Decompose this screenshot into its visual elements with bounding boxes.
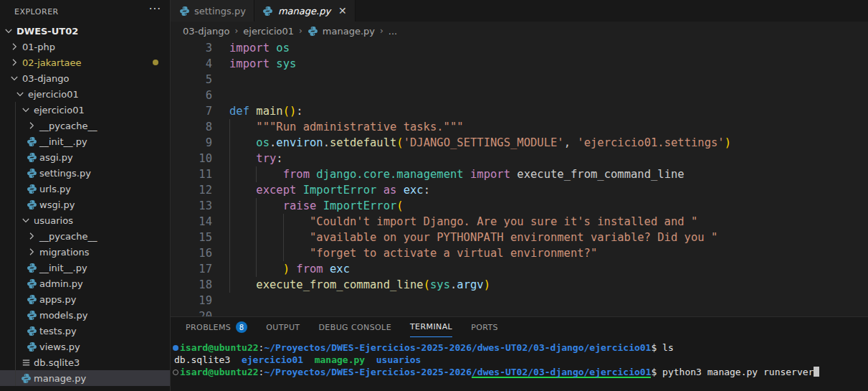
terminal-command-decoration xyxy=(173,345,178,351)
indent-guide xyxy=(229,135,230,151)
tree-item-init.py[interactable]: __init__.py xyxy=(0,133,170,149)
panel-tab-label: OUTPUT xyxy=(266,323,300,332)
code-line-4[interactable]: 4import sys xyxy=(171,56,868,72)
tree-item-models.py[interactable]: models.py xyxy=(0,307,170,323)
panel-tab-output[interactable]: OUTPUT xyxy=(266,317,300,337)
line-number[interactable]: 12 xyxy=(171,182,212,198)
code-text: import os xyxy=(229,40,290,56)
python-icon xyxy=(27,184,37,194)
tree-item-init.py[interactable]: __init__.py xyxy=(0,260,170,275)
tree-item-label: db.sqlite3 xyxy=(34,357,80,368)
code-text: "Couldn't import Django. Are you sure it… xyxy=(229,214,697,230)
line-number[interactable]: 18 xyxy=(171,277,212,293)
line-number[interactable]: 7 xyxy=(171,103,212,119)
code-line-13[interactable]: 13 raise ImportError( xyxy=(171,198,868,214)
code-line-11[interactable]: 11 from django.core.management import ex… xyxy=(171,166,868,182)
code-line-10[interactable]: 10 try: xyxy=(171,151,868,166)
line-number[interactable]: 6 xyxy=(171,88,212,103)
line-number[interactable]: 8 xyxy=(171,119,212,135)
code-line-17[interactable]: 17 ) from exc xyxy=(171,261,868,277)
tree-item-usuarios[interactable]: usuarios xyxy=(0,212,170,228)
code-line-15[interactable]: 15 "available on your PYTHONPATH environ… xyxy=(171,230,868,245)
tree-item-label: migrations xyxy=(39,247,90,258)
code-token: 'ejercicio01.settings' xyxy=(577,136,724,149)
terminal-text: usuarios xyxy=(376,354,421,365)
code-line-9[interactable]: 9 os.environ.setdefault('DJANGO_SETTINGS… xyxy=(171,135,868,151)
code-line-16[interactable]: 16 "forget to activate a virtual environ… xyxy=(171,245,868,261)
tree-item-db.sqlite3[interactable]: db.sqlite3 xyxy=(0,354,170,370)
tab-close-icon[interactable]: ✕ xyxy=(338,6,347,16)
tab-settings.py[interactable]: settings.py xyxy=(171,0,254,22)
panel-tab-problems[interactable]: PROBLEMS8 xyxy=(186,317,247,337)
code-token: ) xyxy=(725,136,731,149)
line-number[interactable]: 5 xyxy=(171,72,212,88)
code-token: "Couldn't import Django. Are you sure it… xyxy=(310,215,697,228)
line-number[interactable]: 17 xyxy=(171,261,212,277)
breadcrumb-item-manage.py[interactable]: manage.py xyxy=(307,25,375,37)
tree-item-label: __init__.py xyxy=(39,263,87,273)
line-number[interactable]: 14 xyxy=(171,214,212,230)
code-line-3[interactable]: 3import os xyxy=(171,40,868,56)
line-number[interactable]: 9 xyxy=(171,135,212,151)
code-token: sys xyxy=(276,57,296,70)
terminal[interactable]: isard@ubuntu22:~/Proyectos/DWES-Ejercici… xyxy=(171,337,868,378)
tree-item-wsgi.py[interactable]: wsgi.py xyxy=(0,197,170,212)
code-token: try xyxy=(256,152,276,165)
tree-item-apps.py[interactable]: apps.py xyxy=(0,291,170,307)
code-line-6[interactable]: 6 xyxy=(171,88,868,103)
tree-item-urls.py[interactable]: urls.py xyxy=(0,181,170,197)
code-line-18[interactable]: 18 execute_from_command_line(sys.argv) xyxy=(171,277,868,293)
tree-item-admin.py[interactable]: admin.py xyxy=(0,275,170,291)
line-number[interactable]: 19 xyxy=(171,293,212,308)
tree-item-03-django[interactable]: 03-django xyxy=(0,70,170,86)
code-token: import xyxy=(470,168,510,181)
tree-item-tests.py[interactable]: tests.py xyxy=(0,323,170,339)
panel-tab-terminal[interactable]: TERMINAL xyxy=(410,317,452,337)
line-number[interactable]: 13 xyxy=(171,198,212,214)
explorer-more-actions-icon[interactable]: ··· xyxy=(149,3,161,16)
tree-item-pycache[interactable]: __pycache__ xyxy=(0,118,170,133)
code-editor[interactable]: 3import os4import sys567def main():8 """… xyxy=(171,40,868,316)
breadcrumb-item-03-django[interactable]: 03-django xyxy=(183,26,230,37)
code-line-7[interactable]: 7def main(): xyxy=(171,103,868,119)
code-token: os xyxy=(256,136,270,149)
code-token xyxy=(510,168,517,181)
line-number[interactable]: 3 xyxy=(171,40,212,56)
terminal-text: isard@ubuntu22 xyxy=(180,342,259,353)
python-icon xyxy=(179,6,190,17)
tree-item-01-php[interactable]: 01-php xyxy=(0,39,170,55)
tree-item-settings.py[interactable]: settings.py xyxy=(0,165,170,181)
tree-item-ejercicio01[interactable]: ejercicio01 xyxy=(0,86,170,102)
breadcrumb-item-...[interactable]: ... xyxy=(388,26,397,37)
code-line-20[interactable]: 20 xyxy=(171,308,868,316)
code-line-14[interactable]: 14 "Couldn't import Django. Are you sure… xyxy=(171,214,868,230)
tree-item-pycache[interactable]: __pycache__ xyxy=(0,228,170,244)
line-number[interactable]: 10 xyxy=(171,151,212,166)
python-icon xyxy=(27,326,37,336)
code-line-12[interactable]: 12 except ImportError as exc: xyxy=(171,182,868,198)
code-line-19[interactable]: 19 xyxy=(171,293,868,308)
code-token: ( xyxy=(424,278,430,291)
tree-item-manage.py[interactable]: manage.py xyxy=(0,370,170,386)
code-token xyxy=(376,184,383,197)
breadcrumb-item-ejercicio01[interactable]: ejercicio01 xyxy=(243,26,294,37)
tree-item-migrations[interactable]: migrations xyxy=(0,244,170,260)
tree-item-02-jakartaee[interactable]: 02-jakartaee xyxy=(0,55,170,70)
tree-item-root[interactable]: DWES-UT02 xyxy=(0,23,170,39)
line-number[interactable]: 15 xyxy=(171,230,212,245)
line-number[interactable]: 11 xyxy=(171,166,212,182)
line-number[interactable]: 20 xyxy=(171,308,212,316)
tree-item-label: __pycache__ xyxy=(39,231,97,242)
panel-tab-ports[interactable]: PORTS xyxy=(471,317,498,337)
terminal-path-link[interactable]: /dwes-UT02/03-django/ejercicio01 xyxy=(472,367,651,378)
code-line-5[interactable]: 5 xyxy=(171,72,868,88)
line-number[interactable]: 16 xyxy=(171,245,212,261)
line-number[interactable]: 4 xyxy=(171,56,212,72)
tree-item-asgi.py[interactable]: asgi.py xyxy=(0,149,170,165)
panel-tab-debug-console[interactable]: DEBUG CONSOLE xyxy=(318,317,391,337)
tree-item-views.py[interactable]: views.py xyxy=(0,339,170,354)
tab-manage.py[interactable]: manage.py✕ xyxy=(254,0,356,22)
tree-item-ejercicio01[interactable]: ejercicio01 xyxy=(0,102,170,118)
panel-tab-label: PROBLEMS xyxy=(186,323,231,332)
code-line-8[interactable]: 8 """Run administrative tasks.""" xyxy=(171,119,868,135)
